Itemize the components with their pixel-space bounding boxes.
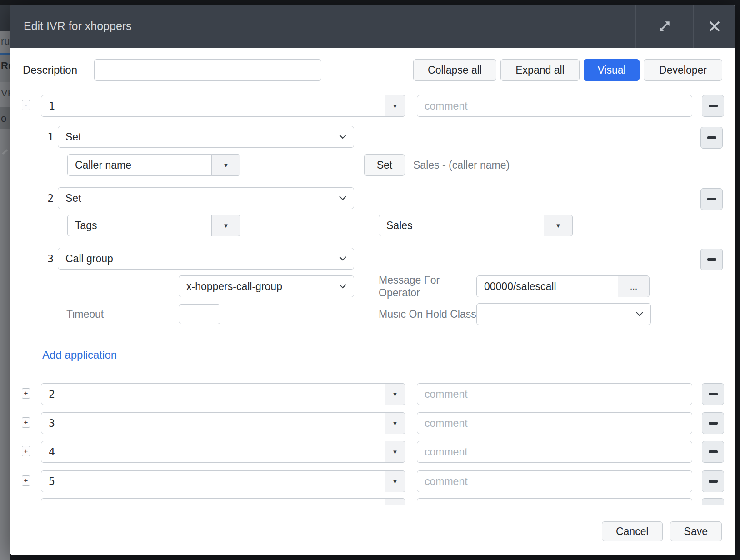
call-group-select[interactable]: x-hoppers-call-group <box>179 275 354 297</box>
chevron-down-icon <box>339 196 346 200</box>
expand-extension-toggle[interactable]: + <box>22 417 30 428</box>
extension-number-group: ▼ <box>41 441 405 463</box>
remove-extension-button[interactable] <box>702 412 724 434</box>
backdrop-fragment: o : <box>1 113 10 125</box>
extension-comment-input[interactable] <box>417 412 692 434</box>
extension-number-input[interactable] <box>41 95 385 117</box>
select-value: - <box>484 308 488 320</box>
set-value-input[interactable] <box>379 215 544 236</box>
extension-number-input[interactable] <box>41 498 385 505</box>
minus-icon <box>709 393 718 395</box>
extension-comment-input[interactable] <box>417 498 692 505</box>
expand-extension-toggle[interactable]: + <box>22 475 30 486</box>
close-button[interactable] <box>693 5 735 48</box>
set-variable-dropdown-button[interactable]: ▼ <box>211 154 240 176</box>
select-value: Set <box>65 192 81 205</box>
set-variable-dropdown-button[interactable]: ▼ <box>211 215 240 236</box>
extension-number-group: ▼ <box>41 95 405 117</box>
select-value: Call group <box>65 253 113 265</box>
extension-number-group: ▼ <box>41 412 405 434</box>
music-on-hold-label: Music On Hold Class <box>379 303 476 325</box>
extension-comment-input[interactable] <box>417 95 692 117</box>
modal-title: Edit IVR for xhoppers <box>10 20 635 33</box>
visual-tab-button[interactable]: Visual <box>584 59 640 81</box>
extension-number-dropdown-button[interactable]: ▼ <box>385 412 405 434</box>
add-application-link[interactable]: Add application <box>42 349 117 361</box>
backdrop-fragment: VR <box>1 87 10 99</box>
caret-down-icon: ▼ <box>555 222 561 229</box>
message-file-group: ... <box>476 275 650 297</box>
expand-extension-toggle[interactable]: + <box>22 388 30 399</box>
extension-number-dropdown-button[interactable]: ▼ <box>385 470 405 492</box>
save-button[interactable]: Save <box>670 521 722 541</box>
set-result-text: Sales - (caller name) <box>413 154 510 176</box>
edit-ivr-modal: Edit IVR for xhoppers Description Collap… <box>10 5 735 555</box>
chevron-down-icon <box>339 284 346 289</box>
collapse-all-button[interactable]: Collapse all <box>413 59 496 81</box>
remove-extension-button[interactable] <box>702 470 724 492</box>
remove-extension-button[interactable] <box>702 383 724 405</box>
extension-number-input[interactable] <box>41 441 385 463</box>
application-type-select[interactable]: Call group <box>58 248 354 270</box>
caret-down-icon: ▼ <box>392 420 398 427</box>
extension-number-group: ▼ <box>41 383 405 405</box>
set-variable-group: ▼ <box>67 154 240 176</box>
extension-comment-input[interactable] <box>417 441 692 463</box>
extension-number-input[interactable] <box>41 470 385 492</box>
select-value: x-hoppers-call-group <box>186 280 282 293</box>
view-toolbar: Collapse all Expand all Visual Developer <box>413 59 722 81</box>
remove-extension-button[interactable] <box>702 95 724 117</box>
extension-number-dropdown-button[interactable]: ▼ <box>385 95 405 117</box>
extension-number-dropdown-button[interactable]: ▼ <box>385 383 405 405</box>
description-input[interactable] <box>94 59 321 81</box>
extension-number-input[interactable] <box>41 383 385 405</box>
remove-extension-button[interactable] <box>702 441 724 463</box>
minus-icon <box>709 450 718 453</box>
backdrop-fragment: Ru <box>1 60 10 72</box>
browse-file-button[interactable]: ... <box>618 275 650 297</box>
set-value-dropdown-button[interactable]: ▼ <box>544 215 573 236</box>
set-variable-input[interactable] <box>67 154 212 176</box>
remove-application-button[interactable] <box>700 127 723 149</box>
backdrop-navbar <box>0 5 10 31</box>
caret-down-icon: ▼ <box>392 449 398 455</box>
set-variable-input[interactable] <box>67 215 212 236</box>
minus-icon <box>707 136 716 139</box>
modal-header: Edit IVR for xhoppers <box>10 5 735 48</box>
application-index: 2 <box>42 187 54 209</box>
developer-tab-button[interactable]: Developer <box>644 59 722 81</box>
pencil-icon <box>2 149 8 155</box>
extension-number-input[interactable] <box>41 412 385 434</box>
chevron-down-icon <box>636 312 643 316</box>
expand-extension-toggle[interactable]: + <box>22 446 30 456</box>
extension-number-dropdown-button[interactable]: ▼ <box>385 441 405 463</box>
caret-down-icon: ▼ <box>392 478 398 485</box>
application-type-select[interactable]: Set <box>58 187 354 209</box>
timeout-label: Timeout <box>66 303 104 325</box>
collapse-extension-toggle[interactable]: - <box>22 100 30 110</box>
message-file-input[interactable] <box>476 275 618 297</box>
description-label: Description <box>23 59 77 81</box>
expand-all-button[interactable]: Expand all <box>500 59 580 81</box>
timeout-input[interactable] <box>179 304 220 324</box>
remove-application-button[interactable] <box>700 249 723 270</box>
extension-number-dropdown-button[interactable]: ▼ <box>385 498 405 505</box>
remove-application-button[interactable] <box>700 188 723 210</box>
extension-comment-input[interactable] <box>417 470 692 492</box>
extension-number-group: ▼ <box>41 498 405 505</box>
set-value-button[interactable]: Set <box>364 154 405 176</box>
set-variable-group: ▼ <box>67 215 240 236</box>
extension-comment-input[interactable] <box>417 383 692 405</box>
set-value-group: ▼ <box>379 215 573 236</box>
modal-footer: Cancel Save <box>10 505 735 555</box>
application-type-select[interactable]: Set <box>58 126 354 148</box>
caret-down-icon: ▼ <box>392 391 398 398</box>
remove-extension-button[interactable] <box>702 498 724 505</box>
caret-down-icon: ▼ <box>223 222 229 229</box>
caret-down-icon: ▼ <box>223 162 229 169</box>
music-on-hold-select[interactable]: - <box>476 303 651 325</box>
ellipsis-icon: ... <box>630 281 638 292</box>
minus-icon <box>709 480 718 483</box>
maximize-button[interactable] <box>635 5 693 48</box>
cancel-button[interactable]: Cancel <box>602 521 663 541</box>
